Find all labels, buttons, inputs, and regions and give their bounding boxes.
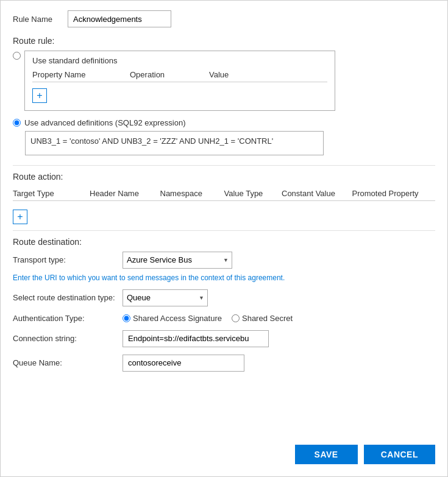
auth-type-label: Authentication Type: (13, 314, 123, 323)
action-table-header-row: Target Type Header Name Namespace Value … (13, 186, 435, 201)
advanced-defs-row: Use advanced definitions (SQL92 expressi… (13, 118, 435, 155)
col-operation: Operation (130, 70, 209, 79)
col-header-name: Header Name (90, 186, 160, 201)
standard-defs-table-header: Property Name Operation Value (32, 70, 327, 82)
auth-shared-secret-option[interactable]: Shared Secret (232, 314, 293, 323)
connection-string-label: Connection string: (13, 334, 123, 343)
route-action-table: Target Type Header Name Namespace Value … (13, 186, 435, 207)
transport-type-row: Transport type: Azure Service Bus (13, 252, 435, 269)
col-constant-value: Constant Value (282, 186, 352, 201)
cancel-button[interactable]: CANCEL (364, 445, 435, 464)
route-rule-section: Route rule: Use standard definitions Pro… (13, 36, 435, 155)
footer-buttons: SAVE CANCEL (295, 445, 435, 464)
col-value-type: Value Type (224, 186, 282, 201)
sql-expression-text: UNB3_1 = 'contoso' AND UNB3_2 = 'ZZZ' AN… (30, 136, 273, 146)
connection-string-input[interactable] (123, 330, 269, 347)
auth-type-row: Authentication Type: Shared Access Signa… (13, 314, 435, 323)
auth-shared-secret-label: Shared Secret (242, 314, 293, 323)
transport-type-select[interactable]: Azure Service Bus (123, 252, 232, 269)
connection-string-row: Connection string: (13, 330, 435, 347)
standard-defs-label: Use standard definitions (32, 56, 327, 65)
queue-name-row: Queue Name: (13, 355, 435, 372)
route-dest-type-row: Select route destination type: Queue (13, 289, 435, 306)
auth-shared-access-option[interactable]: Shared Access Signature (123, 314, 222, 323)
queue-name-label: Queue Name: (13, 358, 123, 367)
col-promoted-property: Promoted Property (352, 186, 436, 201)
col-namespace: Namespace (160, 186, 224, 201)
standard-defs-radio[interactable] (13, 52, 21, 60)
route-dest-type-wrapper[interactable]: Queue (123, 289, 208, 306)
rule-name-label: Rule Name (13, 15, 68, 24)
sql-expression-box: UNB3_1 = 'contoso' AND UNB3_2 = 'ZZZ' AN… (25, 131, 324, 155)
rule-name-row: Rule Name (13, 10, 435, 27)
route-rule-title: Route rule: (13, 36, 435, 46)
route-dest-title: Route destination: (13, 237, 435, 247)
route-dest-type-label: Select route destination type: (13, 293, 123, 302)
rule-name-input[interactable] (68, 10, 171, 27)
auth-shared-access-radio[interactable] (123, 314, 130, 322)
route-action-title: Route action: (13, 172, 435, 182)
col-value: Value (209, 70, 270, 79)
standard-defs-row: Use standard definitions Property Name O… (13, 51, 435, 111)
info-text: Enter the URI to which you want to send … (13, 274, 435, 282)
col-target-type: Target Type (13, 186, 90, 201)
transport-type-label: Transport type: (13, 255, 123, 264)
standard-defs-box: Use standard definitions Property Name O… (24, 51, 335, 111)
action-table-empty-row (13, 201, 435, 207)
save-button[interactable]: SAVE (295, 445, 358, 464)
auth-type-radio-group: Shared Access Signature Shared Secret (123, 314, 293, 323)
advanced-defs-radio[interactable] (13, 119, 21, 127)
route-dest-type-select[interactable]: Queue (123, 289, 208, 306)
route-destination-section: Route destination: Transport type: Azure… (13, 237, 435, 372)
auth-shared-secret-radio[interactable] (232, 314, 240, 322)
advanced-defs-label: Use advanced definitions (SQL92 expressi… (24, 118, 185, 127)
add-standard-rule-button[interactable]: + (32, 88, 47, 103)
col-property-name: Property Name (32, 70, 130, 79)
transport-type-wrapper[interactable]: Azure Service Bus (123, 252, 232, 269)
dialog-container: Rule Name Route rule: Use standard defin… (0, 0, 448, 477)
auth-shared-access-label: Shared Access Signature (133, 314, 222, 323)
add-action-button[interactable]: + (13, 210, 27, 224)
queue-name-input[interactable] (123, 355, 244, 372)
route-action-section: Route action: Target Type Header Name Na… (13, 172, 435, 224)
